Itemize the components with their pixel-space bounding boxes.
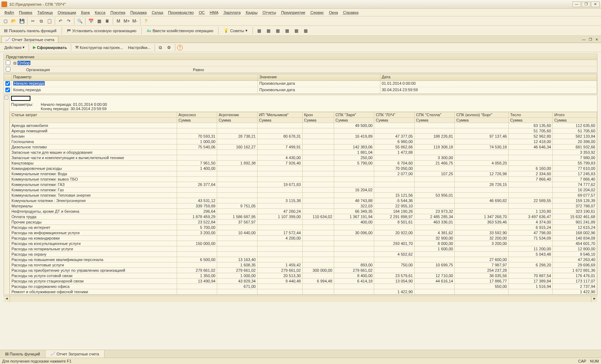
tb2-icon5[interactable]: ▦ [293, 27, 300, 35]
undo-icon[interactable]: ↶ [57, 17, 64, 25]
table-row[interactable]: Коммунальные платежи: ГАЗ26 377,6419 671… [10, 182, 597, 187]
table-row[interactable]: Коммунальные платежи: Вода2 077,00107,25… [10, 171, 597, 177]
menu-Склад[interactable]: Склад [150, 10, 165, 15]
menu-Покупка[interactable]: Покупка [108, 10, 128, 15]
active-cell[interactable] [11, 96, 30, 101]
menu-Кадры[interactable]: Кадры [244, 10, 260, 15]
table-row[interactable]: Комунальные платежи : Электроэнергия43 5… [10, 198, 597, 203]
table-row[interactable]: Коммунальные платежи: Газ16 204,0216 204… [10, 187, 597, 193]
menu-Операции[interactable]: Операции [55, 10, 78, 15]
menu-Таблица[interactable]: Таблица [35, 10, 55, 15]
actions-dropdown[interactable]: Действия▾ [2, 44, 27, 51]
table-row[interactable]: Коммунальные платежи: вывоз ТБО7 866,407… [10, 177, 597, 182]
save-icon[interactable]: 💾 [18, 17, 26, 25]
menu-ОС[interactable]: ОС [197, 10, 207, 15]
table-row[interactable]: Расходы на охрану4 502,625 043,489 546,1… [10, 252, 597, 257]
show-panel-button[interactable]: ▤Показать панель функций [1, 27, 59, 35]
tb2-icon2[interactable]: ▦ [265, 27, 273, 35]
tab-restore[interactable]: ❐ [587, 38, 593, 43]
table-row[interactable]: Бензин70 593,3128 738,2180 678,3116 419,… [10, 134, 597, 139]
minus-icon[interactable]: ⊟ [13, 61, 16, 65]
menu-Справка[interactable]: Справка [341, 10, 361, 15]
open-icon[interactable]: 📂 [10, 17, 18, 25]
table-row[interactable]: Расходы на повышение квалификации персон… [10, 257, 597, 262]
bottom-tab-panel[interactable]: ▤Панель функций [0, 350, 45, 358]
advice-button[interactable]: 💡Советы▾ [221, 27, 250, 35]
menu-Отчеты[interactable]: Отчеты [260, 10, 278, 15]
help-icon[interactable]: ? [142, 17, 150, 25]
redo-icon[interactable]: ↷ [65, 17, 73, 25]
menu-Сервис[interactable]: Сервис [308, 10, 326, 15]
table-row[interactable]: Запасные части и комплектующие к вычисли… [10, 155, 597, 161]
collapse-button[interactable]: - [5, 96, 8, 99]
table-row[interactable]: Расходы на почтовые услуги1 608,351 459,… [10, 262, 597, 268]
table-row[interactable]: Расходы на командировки4 200,0032 900,00… [10, 236, 597, 241]
menu-Зарплата[interactable]: Зарплата [221, 10, 243, 15]
cut-icon[interactable]: ✂ [29, 17, 37, 25]
form-button[interactable]: ▶Сформировать [31, 44, 69, 51]
start-checkbox[interactable] [5, 81, 10, 86]
table-row[interactable]: Расходы на консультационные услуги150 00… [10, 241, 597, 246]
tab-minimize[interactable]: — [581, 38, 587, 43]
filter-org-row[interactable]: ОрганизацияРавно [4, 67, 597, 73]
menu-Продажа[interactable]: Продажа [128, 10, 149, 15]
tb2-icon1[interactable]: ▦ [255, 27, 263, 35]
table-row[interactable]: Расходы по содержанию офиса671,00550,001… [10, 284, 597, 289]
calendar-icon[interactable]: 📅 [87, 17, 95, 25]
menu-Предприятие[interactable]: Предприятие [279, 10, 308, 15]
table-row[interactable]: Командировочные расходы1 400,0070 050,00… [10, 166, 597, 171]
minimize-button[interactable]: — [572, 1, 581, 7]
tab-close[interactable]: ✕ [594, 38, 600, 43]
table-row[interactable]: Ремонт и обслуживание офисной техники1 4… [10, 289, 597, 295]
ab-icon1[interactable]: ⧉ [157, 44, 165, 51]
menu-Производство[interactable]: Производство [166, 10, 196, 15]
table-row[interactable]: Дизельное топливо75 540,06160 162,277 49… [10, 144, 597, 150]
table-row[interactable]: Расходы на услуги сотовой связи1 350,001… [10, 273, 597, 279]
table-row[interactable]: Страховые взносы408 152,77430 583,05292 … [10, 295, 597, 295]
table-row[interactable]: Госпошлина1 000,006 980,0012 418,0020 39… [10, 139, 597, 144]
restore-button[interactable]: ❐ [582, 1, 590, 7]
ab-icon2[interactable]: ⚙ [165, 44, 173, 51]
table-row[interactable]: Расходы на нотариальные услуги1 600,0011… [10, 246, 597, 252]
action-help-icon[interactable]: ? [177, 45, 183, 50]
table-row[interactable]: Материалы339 759,899 751,05322,0322 955,… [10, 203, 597, 209]
tb2-icon4[interactable]: ▦ [283, 27, 291, 35]
param-row-start[interactable]: Начало периода Произвольная дата 01.01.2… [4, 81, 597, 87]
table-row[interactable]: Расходы на информационные услуги3 200,00… [10, 230, 597, 236]
table-row[interactable]: Расходы на интернет5 700,006 915,2412 61… [10, 225, 597, 230]
table-row[interactable]: Коммунальные платежи: Тепловая энергия15… [10, 193, 597, 198]
table-row[interactable]: Оплата труда1 878 459,291 586 687,951 10… [10, 214, 597, 220]
table-row[interactable]: Аренда помещений51 705,6051 705,60 [10, 128, 597, 134]
menu-НМА[interactable]: НМА [207, 10, 220, 15]
menu-Касса[interactable]: Касса [93, 10, 108, 15]
filter-otbor-row[interactable]: ⊟ Отбор [4, 60, 597, 67]
table-row[interactable]: Расходы на услуги стационарной связи13 4… [10, 279, 597, 284]
table-row[interactable]: Нефтепродукты, кроме ДТ и бензина296,644… [10, 209, 597, 214]
menu-Файл[interactable]: Файл [2, 10, 16, 15]
bottom-tab-report[interactable]: 📈Отчет Затратные счета [45, 350, 104, 358]
m-plus-button[interactable]: M+ [123, 17, 131, 25]
paste-icon[interactable]: 📋 [45, 17, 53, 25]
table-row[interactable]: Запасные части для машин и оборудования1… [10, 150, 597, 155]
table-row[interactable]: Канцтовары7 961,501 892,387 926,405 790,… [10, 161, 597, 166]
set-org-button[interactable]: ⛿Установить основную организацию [64, 27, 139, 35]
h-scrollbar[interactable]: ◂ ▸ [4, 296, 597, 302]
param-row-end[interactable]: Конец периода Произвольная дата 30.04.20… [4, 87, 597, 94]
table-row[interactable]: Прочие расходы23 522,8437 567,97400,008 … [10, 220, 597, 225]
grid-icon[interactable]: ▦ [95, 17, 103, 25]
new-doc-icon[interactable]: ▢ [1, 17, 9, 25]
menu-Правка[interactable]: Правка [17, 10, 34, 15]
report-tab[interactable]: 📈Отчет Затратные счета [1, 36, 58, 43]
otbor-checkbox[interactable] [6, 60, 10, 65]
main-menu[interactable]: ФайлПравкаТаблицаОперацииБанкКассаПокупк… [0, 9, 601, 16]
menu-Окна[interactable]: Окна [327, 10, 340, 15]
m-button[interactable]: M [114, 17, 122, 25]
table-row[interactable]: Расходы на приобретение услуг по управле… [10, 268, 597, 273]
settings-button[interactable]: Настройки... [126, 44, 153, 51]
enter-operation-button[interactable]: АкВвести хозяйственную операцию [144, 27, 216, 35]
copy-icon[interactable]: ⧉ [37, 17, 45, 25]
menu-Банк[interactable]: Банк [79, 10, 92, 15]
calc-icon[interactable]: 🖩 [103, 17, 111, 25]
close-button[interactable]: ✕ [591, 1, 600, 7]
search-icon[interactable]: 🔍 [76, 17, 84, 25]
